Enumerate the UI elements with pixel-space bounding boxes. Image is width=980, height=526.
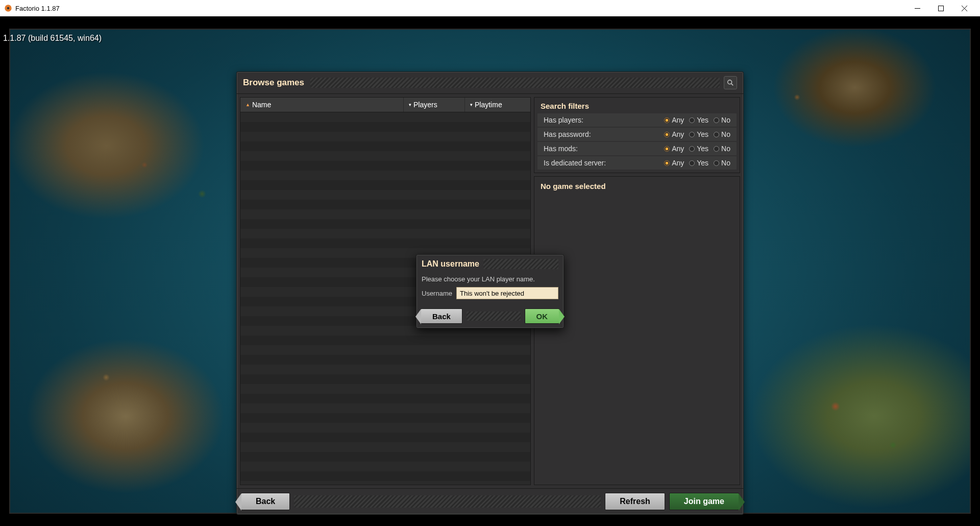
panel-footer: Back Refresh Join game: [237, 488, 743, 514]
radio-any[interactable]: Any: [664, 145, 684, 153]
svg-point-6: [728, 80, 732, 84]
radio-yes[interactable]: Yes: [689, 145, 708, 153]
radio-any[interactable]: Any: [664, 130, 684, 138]
maximize-button[interactable]: [929, 0, 952, 16]
search-filters-panel: Search filters Has players: Any Yes No H…: [534, 97, 740, 173]
column-name[interactable]: ▲ Name: [240, 98, 404, 112]
radio-no[interactable]: No: [714, 145, 730, 153]
username-label: Username: [422, 290, 452, 297]
username-input[interactable]: [456, 287, 558, 299]
close-button[interactable]: [952, 0, 976, 16]
search-icon: [727, 79, 734, 86]
filter-has-password: Has password: Any Yes No: [537, 128, 737, 141]
filter-dedicated-server: Is dedicated server: Any Yes No: [537, 156, 737, 170]
drag-handle[interactable]: [310, 78, 720, 88]
panel-title: Browse games: [243, 78, 304, 88]
game-viewport: 1.1.87 (build 61545, win64) Browse games…: [0, 16, 980, 526]
radio-any[interactable]: Any: [664, 116, 684, 124]
modal-title: LAN username: [422, 259, 479, 269]
svg-point-1: [7, 7, 10, 10]
svg-line-7: [731, 84, 733, 86]
sort-asc-icon: ▲: [246, 102, 250, 107]
modal-header: LAN username: [416, 255, 564, 273]
drag-handle[interactable]: [467, 312, 521, 321]
back-button[interactable]: Back: [241, 493, 290, 510]
filter-has-mods: Has mods: Any Yes No: [537, 142, 737, 155]
filter-has-players: Has players: Any Yes No: [537, 113, 737, 127]
radio-any[interactable]: Any: [664, 159, 684, 167]
search-button[interactable]: [724, 76, 737, 89]
sort-icon: ▾: [409, 102, 411, 107]
column-players[interactable]: ▾ Players: [404, 98, 465, 112]
gear-icon: [4, 4, 12, 12]
lan-username-modal: LAN username Please choose your LAN play…: [416, 254, 564, 328]
sort-icon: ▾: [470, 102, 473, 107]
minimize-button[interactable]: [905, 0, 929, 16]
game-details-panel: No game selected: [534, 176, 740, 485]
panel-header: Browse games: [237, 72, 743, 94]
radio-no[interactable]: No: [714, 116, 730, 124]
radio-no[interactable]: No: [714, 159, 730, 167]
radio-yes[interactable]: Yes: [689, 159, 708, 167]
drag-handle[interactable]: [294, 495, 601, 508]
drag-handle[interactable]: [483, 259, 558, 269]
svg-rect-3: [938, 6, 943, 11]
column-playtime[interactable]: ▾ Playtime: [465, 98, 530, 112]
modal-ok-button[interactable]: OK: [525, 308, 560, 324]
refresh-button[interactable]: Refresh: [605, 493, 665, 510]
join-game-button[interactable]: Join game: [669, 493, 739, 510]
no-game-selected-text: No game selected: [534, 177, 740, 196]
radio-no[interactable]: No: [714, 130, 730, 138]
window-titlebar: Factorio 1.1.87: [0, 0, 980, 16]
modal-back-button[interactable]: Back: [421, 308, 462, 324]
column-headers: ▲ Name ▾ Players ▾ Playtime: [240, 98, 530, 112]
radio-yes[interactable]: Yes: [689, 130, 708, 138]
version-text: 1.1.87 (build 61545, win64): [3, 34, 102, 43]
filters-title: Search filters: [534, 98, 740, 113]
radio-yes[interactable]: Yes: [689, 116, 708, 124]
modal-message: Please choose your LAN player name.: [422, 275, 558, 283]
window-title: Factorio 1.1.87: [15, 5, 60, 12]
